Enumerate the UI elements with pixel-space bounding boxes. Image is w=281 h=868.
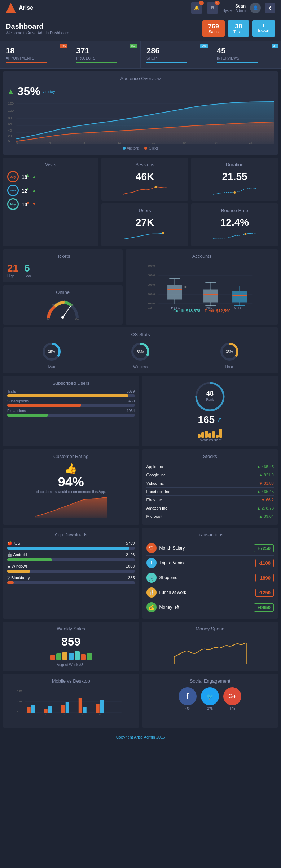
audience-percent: 35% [17,85,40,98]
ios-track [7,547,135,550]
svg-point-49 [185,286,187,288]
messages-button[interactable]: ✉ 2 [207,2,218,14]
tickets-title: Tickets [7,254,118,259]
trans-venice-left: ✈ Trip to Venice [146,558,186,568]
windows-label: Windows [129,365,151,369]
notifications-button[interactable]: 🔔 3 [191,2,202,14]
visitors-legend-dot [123,147,126,150]
visits-section: Visits July 18k ▲ June 12k ▲ May 10k ▼ [3,158,98,246]
appointments-badge: 7% [60,44,67,48]
bell-icon: 🔔 [194,5,199,10]
duration-title: Duration [226,162,243,167]
customer-rating-section: Customer Rating 👍 94% of customers would… [3,449,139,525]
svg-rect-87 [48,706,52,713]
shop-bar [146,62,187,63]
svg-text:60: 60 [8,123,12,126]
trans-shopping: 🛒 Shopping -1890 [146,570,274,585]
sub-subscriptions: Subscriptions 3458 [7,399,135,407]
bb-icon: ▽ Blackberry [7,576,30,580]
dashboard-title-area: Dashboard Welcome to Arise Admin Dashboa… [6,22,69,35]
trails-track [7,394,135,397]
transactions-title: Transactions [146,532,274,537]
june-trend: ▲ [32,188,36,193]
stock-apple: Apple Inc ▲ 465.45 [146,463,274,471]
stocks-section: Stocks Apple Inc ▲ 465.45 Google Inc ▲ 8… [142,449,278,525]
dashboard-header: Dashboard Welcome to Arise Admin Dashboa… [0,16,281,41]
bounce-value: 12.4% [220,217,249,228]
google-icon[interactable]: G+ [223,687,241,705]
exp-name: Expansions [7,409,26,413]
may-trend: ▼ [32,202,36,207]
linux-donut: 35% [219,341,240,362]
invoices-value: 165 [198,414,215,426]
facebook-icon[interactable]: f [179,687,197,705]
users-title: Users [139,208,151,213]
projects-badge: 8% [130,44,137,48]
windows-donut: 33% [129,341,151,362]
shopping-icon: 🛒 [146,573,157,583]
yahoo-name: Yahoo Inc [146,481,164,485]
footer: Copyright Arise Admin 2016 [0,731,281,744]
export-button[interactable]: ⬆ Export [252,20,275,37]
sales-button[interactable]: 769 Sales [202,20,225,37]
svg-text:400.0: 400.0 [148,274,155,277]
duration-bounce-col: Duration 21.55 Bounce Rate 12.4% [191,158,278,246]
svg-rect-93 [100,700,104,713]
weekly-week-label: August Week #31 [7,663,135,667]
rating-subtitle: of customers would recommended this App. [7,490,135,494]
tasks-button[interactable]: 38 Tasks [228,20,249,37]
export-label: Export [258,28,269,32]
mini-bar-6 [216,435,219,438]
venice-amount: -1100 [255,559,274,567]
svg-text:500.0: 500.0 [148,264,155,268]
tickets-online-col: Tickets 21 High 6 Low Online [3,249,123,325]
shopping-name: Shopping [159,575,178,580]
rank-container: 48 Rank [194,380,226,414]
social-google[interactable]: G+ 12k [223,687,241,711]
shopping-amount: -1890 [255,574,274,582]
online-section: Online 20 40 60 80 [3,285,123,325]
sessions-value: 46K [136,171,154,182]
mini-bar-1 [198,434,201,438]
subs-fill [7,404,81,407]
tickets-low: 6 Low [24,263,31,278]
twitter-count: 37k [201,707,219,711]
tickets-low-label: Low [24,274,31,278]
appointments-label: APPOINTMENTS [6,56,64,60]
subs-track [7,404,135,407]
sub-subs-label: Subscriptions 3458 [7,399,135,403]
users-section: Users 27K [101,203,188,246]
accounts-title: Accounts [130,254,274,259]
android-label-row: 🤖 Android 2126 [7,552,135,557]
social-facebook[interactable]: f 45k [179,687,197,711]
avatar[interactable]: 👤 [250,3,261,13]
mini-bars [198,427,222,438]
interviews-bar [217,62,258,63]
audience-section: Audience Overview ▲ 35% / today 120 100 … [3,71,278,155]
audience-chart-header: ▲ 35% / today [7,85,274,98]
appointments-value: 18 [6,46,64,56]
social-twitter[interactable]: 🐦 37k [201,687,219,711]
shop-badge: 9% [200,44,208,48]
svg-text:60: 60 [62,299,65,302]
social-icons: f 45k 🐦 37k G+ 12k [146,687,274,711]
svg-text:0: 0 [27,713,29,716]
tasks-label: Tasks [233,30,243,34]
chart-legend: Visitors Clicks [7,146,274,150]
lunch-amount: -1250 [255,589,274,597]
lunch-icon: 🍴 [146,587,157,598]
sidebar-toggle[interactable]: ❮ [265,3,275,13]
microsoft-value: ▲ 39.64 [259,514,274,519]
salary-name: Month Salary [159,546,185,551]
mobile-chart: 440 220 0 [7,687,135,723]
weekly-title: Weekly Sales [7,626,135,631]
svg-point-26 [61,316,64,319]
twitter-icon[interactable]: 🐦 [201,687,219,705]
exp-value: 1934 [127,409,135,413]
dashboard-actions: 769 Sales 38 Tasks ⬆ Export [202,20,275,37]
subs-value: 3458 [127,399,135,403]
google-name: Google Inc [146,473,166,477]
mobile-desktop-section: Mobile vs Desktop 440 220 0 [3,674,139,728]
trails-fill [7,394,128,397]
svg-rect-84 [27,707,31,713]
